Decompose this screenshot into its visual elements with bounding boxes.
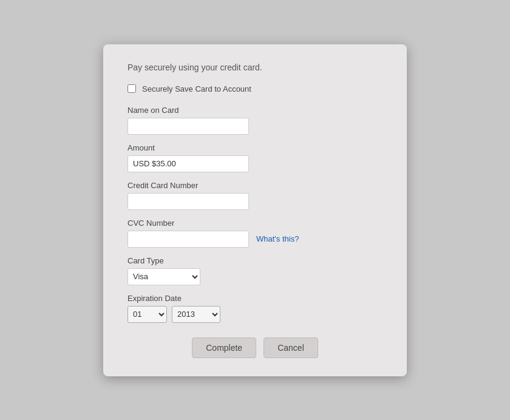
cvc-row: What's this? <box>127 231 382 248</box>
credit-card-number-input[interactable] <box>127 193 249 210</box>
card-type-label: Card Type <box>127 256 382 265</box>
complete-button[interactable]: Complete <box>192 337 256 358</box>
cvc-number-input[interactable] <box>127 231 249 248</box>
credit-card-number-group: Credit Card Number <box>127 181 382 210</box>
amount-input[interactable] <box>127 155 249 172</box>
save-card-label: Securely Save Card to Account <box>142 84 251 93</box>
amount-label: Amount <box>127 143 382 152</box>
payment-dialog: Pay securely using your credit card. Sec… <box>103 44 407 376</box>
expiry-row: 01 02 03 04 05 06 07 08 09 10 11 12 2013… <box>127 306 382 323</box>
name-on-card-group: Name on Card <box>127 106 382 135</box>
cvc-number-group: CVC Number What's this? <box>127 218 382 248</box>
name-on-card-label: Name on Card <box>127 106 382 115</box>
dialog-header: Pay securely using your credit card. <box>127 63 382 72</box>
expiration-date-label: Expiration Date <box>127 294 382 303</box>
cancel-button[interactable]: Cancel <box>264 337 318 358</box>
whats-this-link[interactable]: What's this? <box>256 234 299 243</box>
card-type-group: Card Type Visa MasterCard American Expre… <box>127 256 382 285</box>
credit-card-number-label: Credit Card Number <box>127 181 382 190</box>
card-type-select[interactable]: Visa MasterCard American Express Discove… <box>127 268 200 285</box>
save-card-checkbox[interactable] <box>127 84 136 93</box>
name-on-card-input[interactable] <box>127 118 249 135</box>
expiry-month-select[interactable]: 01 02 03 04 05 06 07 08 09 10 11 12 <box>127 306 167 323</box>
amount-group: Amount <box>127 143 382 172</box>
button-row: Complete Cancel <box>127 337 382 358</box>
cvc-number-label: CVC Number <box>127 218 382 228</box>
expiry-year-select[interactable]: 2013 2014 2015 2016 2017 2018 2019 2020 <box>172 306 220 323</box>
save-card-row: Securely Save Card to Account <box>127 84 382 93</box>
expiration-date-group: Expiration Date 01 02 03 04 05 06 07 08 … <box>127 294 382 323</box>
